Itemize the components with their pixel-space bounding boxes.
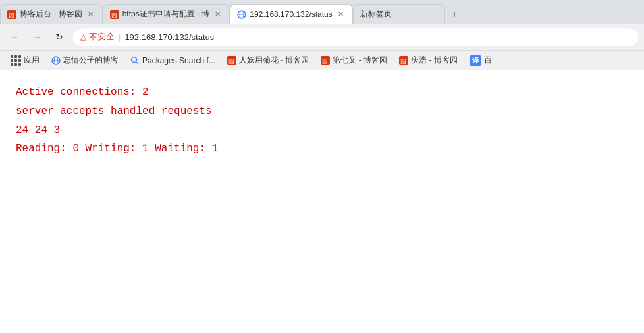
back-button[interactable]: ←: [5, 28, 24, 46]
svg-point-10: [132, 57, 137, 62]
browser-chrome: 园 博客后台 - 博客园 ✕ 园 https证书申请与配置 - 博 ✕ 192.…: [0, 0, 644, 70]
cnblogs-favicon-1: 园: [7, 10, 16, 19]
tab-3[interactable]: 192.168.170.132/status ✕: [230, 4, 352, 24]
security-warning-icon: △: [80, 32, 86, 41]
bookmark-wangqing[interactable]: 忘情公子的博客: [46, 53, 124, 68]
bookmark-translate-label: 百: [484, 55, 492, 66]
svg-text:园: 园: [322, 58, 328, 64]
nginx-status: Active connections: 2 server accepts han…: [16, 83, 628, 159]
bookmark-packages[interactable]: Packages Search f...: [125, 54, 221, 67]
tab-3-close[interactable]: ✕: [336, 9, 346, 20]
tab-bar: 园 博客后台 - 博客园 ✕ 园 https证书申请与配置 - 博 ✕ 192.…: [0, 0, 644, 24]
bookmark-apps-label: 应用: [24, 55, 40, 66]
bookmark-qinghao[interactable]: 园 庆浩 - 博客园: [394, 53, 463, 68]
status-line1: Active connections: 2: [16, 83, 628, 102]
bookmark-packages-label: Packages Search f...: [142, 56, 215, 65]
cnblogs-icon-qinghao: 园: [399, 56, 408, 65]
tab-2[interactable]: 园 https证书申请与配置 - 博 ✕: [103, 4, 230, 24]
tab-2-label: https证书申请与配置 - 博: [122, 9, 210, 20]
cnblogs-icon-renyao: 园: [227, 56, 236, 65]
globe-icon-wangqing: [51, 56, 61, 65]
tab-1-close[interactable]: ✕: [86, 9, 95, 20]
address-bar-row: ← → ↻ △ 不安全 | 192.168.170.132/status: [0, 24, 644, 50]
apps-grid-icon: [11, 55, 21, 66]
translate-icon: 译: [470, 55, 481, 66]
search-icon-packages: [130, 56, 140, 65]
forward-button[interactable]: →: [28, 28, 46, 46]
bookmark-diqicha[interactable]: 园 第七叉 - 博客园: [315, 53, 392, 68]
globe-favicon-3: [237, 10, 246, 19]
status-line3: 24 24 3: [16, 121, 628, 140]
tab-4-label: 新标签页: [360, 9, 438, 20]
bookmark-translate[interactable]: 译 百: [464, 53, 497, 68]
svg-text:园: 园: [111, 12, 117, 18]
svg-text:园: 园: [400, 58, 406, 64]
bookmark-renyao-label: 人妖用菊花 - 博客园: [239, 55, 309, 66]
bookmark-renyao[interactable]: 园 人妖用菊花 - 博客园: [222, 53, 315, 68]
status-line4: Reading: 0 Writing: 1 Waiting: 1: [16, 140, 628, 159]
tab-2-close[interactable]: ✕: [213, 9, 223, 20]
cnblogs-favicon-2: 园: [110, 10, 119, 19]
new-tab-button[interactable]: +: [445, 5, 464, 24]
bookmark-diqicha-label: 第七叉 - 博客园: [333, 55, 387, 66]
tab-3-label: 192.168.170.132/status: [250, 10, 332, 19]
url-text: 192.168.170.132/status: [124, 32, 214, 42]
cnblogs-icon-diqicha: 园: [321, 56, 330, 65]
svg-text:园: 园: [9, 12, 14, 18]
status-line2: server accepts handled requests: [16, 102, 628, 121]
bookmark-apps[interactable]: 应用: [5, 53, 45, 68]
bookmarks-bar: 应用 忘情公子的博客 Packages Search f... 园 人妖用菊花 …: [0, 50, 644, 70]
address-bar[interactable]: △ 不安全 | 192.168.170.132/status: [72, 28, 639, 46]
address-separator: |: [119, 32, 121, 42]
tab-1[interactable]: 园 博客后台 - 博客园 ✕: [0, 4, 103, 24]
svg-text:园: 园: [228, 58, 234, 64]
page-content: Active connections: 2 server accepts han…: [0, 70, 644, 333]
svg-line-11: [136, 61, 139, 64]
bookmark-wangqing-label: 忘情公子的博客: [63, 55, 119, 66]
tab-1-label: 博客后台 - 博客园: [20, 9, 82, 20]
security-label: 不安全: [89, 31, 115, 43]
bookmark-qinghao-label: 庆浩 - 博客园: [411, 55, 458, 66]
refresh-button[interactable]: ↻: [50, 28, 68, 46]
tab-4[interactable]: 新标签页: [353, 4, 445, 24]
